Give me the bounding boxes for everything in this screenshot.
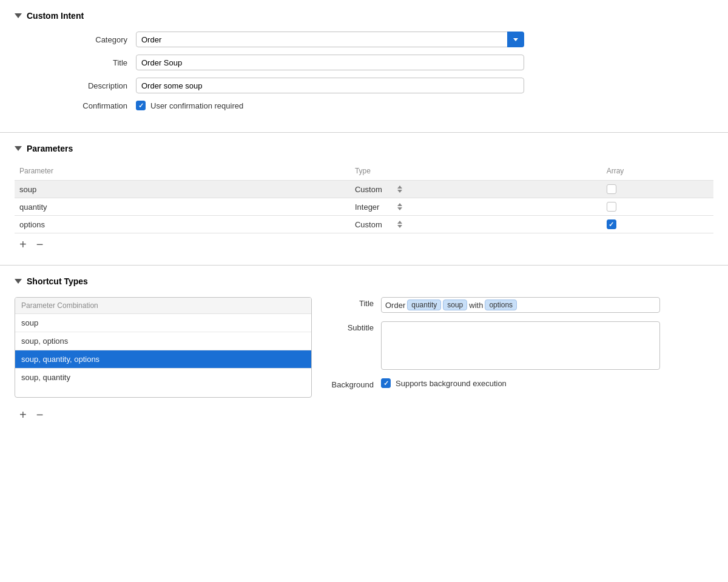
type-select-wrapper: Custom Integer String Boolean — [355, 185, 402, 194]
arrow-up-icon — [397, 186, 402, 189]
arrow-up-icon — [397, 203, 402, 206]
custom-intent-header: Custom Intent — [15, 11, 713, 21]
shortcut-add-button[interactable]: + — [19, 409, 27, 421]
description-control — [136, 78, 524, 93]
background-checkbox-row: Supports background execution — [381, 378, 507, 388]
shortcut-types-title: Shortcut Types — [27, 276, 88, 286]
param-name-cell: soup — [15, 181, 350, 198]
type-select-wrapper: Custom Integer String Boolean — [355, 220, 402, 229]
title-label: Title — [15, 58, 136, 67]
description-row: Description — [15, 78, 713, 93]
parameters-table: Parameter Type Array soup Custom Integer… — [15, 164, 713, 233]
category-label: Category — [15, 35, 136, 44]
param-type-cell: Custom Integer String Boolean — [350, 216, 602, 233]
parameters-header: Parameters — [15, 144, 713, 153]
shortcut-remove-button[interactable]: − — [36, 409, 44, 421]
shortcut-types-header: Shortcut Types — [15, 276, 713, 286]
category-select-wrapper: Order Custom System — [136, 32, 524, 47]
array-checkbox[interactable] — [607, 202, 616, 212]
title-token[interactable]: options — [485, 299, 517, 310]
shortcut-title-label: Title — [326, 297, 381, 308]
type-select[interactable]: Custom Integer String Boolean — [355, 185, 395, 194]
shortcut-collapse-icon[interactable] — [15, 279, 22, 284]
shortcut-subtitle-label: Subtitle — [326, 321, 381, 332]
type-stepper[interactable] — [397, 203, 402, 210]
title-tokens-container[interactable]: Orderquantitysoupwithoptions — [381, 297, 660, 313]
type-select[interactable]: Custom Integer String Boolean — [355, 202, 395, 212]
shortcut-content: Parameter Combination soupsoup, optionss… — [15, 297, 713, 398]
param-type-cell: Custom Integer String Boolean — [350, 198, 602, 216]
table-row: soup Custom Integer String Boolean — [15, 181, 713, 198]
confirmation-checkbox-label: User confirmation required — [150, 101, 243, 110]
collapse-icon[interactable] — [15, 13, 22, 18]
array-header: Array — [602, 164, 713, 181]
table-row: quantity Custom Integer String Boolean — [15, 198, 713, 216]
type-header: Type — [350, 164, 602, 181]
shortcut-list-panel: Parameter Combination soupsoup, optionss… — [15, 297, 312, 398]
title-token[interactable]: soup — [443, 299, 467, 310]
arrow-down-icon — [397, 225, 402, 228]
type-stepper[interactable] — [397, 221, 402, 228]
confirmation-checkbox-row: User confirmation required — [136, 101, 524, 110]
shortcut-types-section: Shortcut Types Parameter Combination sou… — [0, 266, 728, 435]
array-checkbox[interactable] — [607, 219, 616, 229]
table-row: options Custom Integer String Boolean — [15, 216, 713, 233]
parameters-collapse-icon[interactable] — [15, 146, 22, 151]
params-add-remove-row: + − — [15, 233, 713, 250]
type-select-wrapper: Custom Integer String Boolean — [355, 202, 402, 212]
description-label: Description — [15, 81, 136, 90]
list-item[interactable]: soup, options — [15, 332, 311, 350]
custom-intent-title: Custom Intent — [27, 11, 84, 21]
custom-intent-section: Custom Intent Category Order Custom Syst… — [0, 0, 728, 133]
background-checkbox[interactable] — [381, 378, 391, 388]
category-select[interactable]: Order Custom System — [136, 32, 524, 47]
category-control: Order Custom System — [136, 32, 524, 47]
list-item[interactable]: soup, quantity — [15, 369, 311, 386]
params-add-button[interactable]: + — [19, 238, 27, 250]
arrow-down-icon — [397, 190, 402, 193]
param-array-cell — [602, 181, 713, 198]
title-row: Title — [15, 55, 713, 70]
param-name-cell: options — [15, 216, 350, 233]
parameters-title: Parameters — [27, 144, 73, 153]
arrow-up-icon — [397, 221, 402, 224]
param-name-cell: quantity — [15, 198, 350, 216]
shortcut-list-header: Parameter Combination — [15, 298, 311, 314]
description-input[interactable] — [136, 78, 524, 93]
type-stepper[interactable] — [397, 186, 402, 193]
confirmation-row: Confirmation User confirmation required — [15, 101, 713, 110]
confirmation-checkbox[interactable] — [136, 101, 146, 110]
shortcut-detail-panel: Title Orderquantitysoupwithoptions Subti… — [312, 297, 713, 398]
background-checkbox-label: Supports background execution — [396, 379, 507, 388]
list-item[interactable]: soup, quantity, options — [15, 350, 311, 369]
param-array-cell — [602, 216, 713, 233]
array-checkbox[interactable] — [607, 184, 616, 194]
confirmation-label: Confirmation — [15, 101, 136, 110]
title-token[interactable]: quantity — [407, 299, 441, 310]
list-item[interactable]: soup — [15, 314, 311, 332]
subtitle-textarea[interactable] — [381, 321, 660, 370]
title-text: with — [469, 301, 483, 310]
shortcut-title-row: Title Orderquantitysoupwithoptions — [326, 297, 699, 313]
params-remove-button[interactable]: − — [36, 238, 44, 250]
type-select[interactable]: Custom Integer String Boolean — [355, 220, 395, 229]
param-header: Parameter — [15, 164, 350, 181]
shortcut-background-row: Background Supports background execution — [326, 378, 699, 389]
shortcut-background-label: Background — [326, 378, 381, 389]
category-row: Category Order Custom System — [15, 32, 713, 47]
title-control — [136, 55, 524, 70]
shortcut-subtitle-row: Subtitle — [326, 321, 699, 370]
param-type-cell: Custom Integer String Boolean — [350, 181, 602, 198]
shortcut-list: soupsoup, optionssoup, quantity, options… — [15, 314, 311, 386]
confirmation-control: User confirmation required — [136, 101, 524, 110]
title-text: Order — [385, 301, 405, 310]
parameters-section: Parameters Parameter Type Array soup Cus… — [0, 133, 728, 266]
title-input[interactable] — [136, 55, 524, 70]
param-array-cell — [602, 198, 713, 216]
shortcut-add-remove-row: + − — [15, 404, 713, 421]
arrow-down-icon — [397, 207, 402, 210]
